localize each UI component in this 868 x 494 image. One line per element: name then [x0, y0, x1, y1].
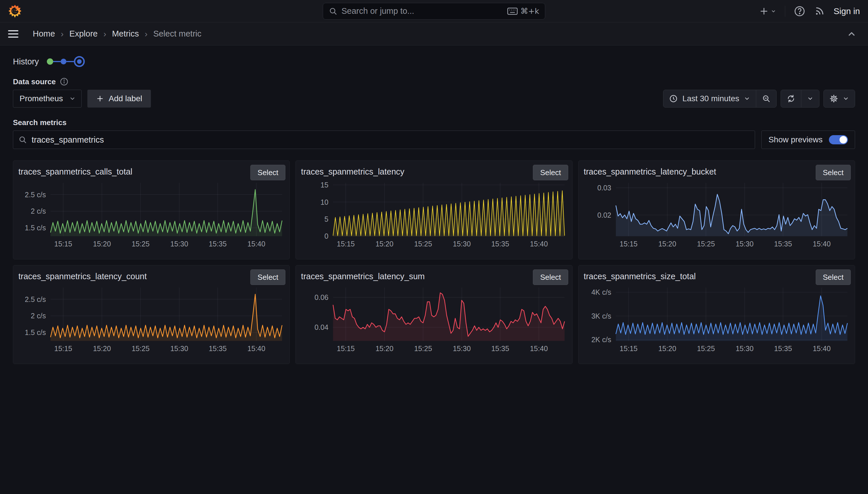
svg-text:15:20: 15:20: [93, 240, 111, 248]
show-previews-toggle[interactable]: [829, 135, 848, 144]
time-range-button[interactable]: Last 30 minutes: [663, 90, 756, 107]
zoom-out-button[interactable]: [756, 90, 776, 107]
breadcrumb-bar: Home › Explore › Metrics › Select metric: [0, 22, 868, 45]
svg-text:15:40: 15:40: [248, 344, 265, 353]
select-button[interactable]: Select: [250, 165, 285, 180]
sign-in-button[interactable]: Sign in: [833, 6, 860, 16]
datasource-label: Data source: [13, 77, 56, 86]
svg-text:15:30: 15:30: [170, 240, 188, 248]
breadcrumb-home[interactable]: Home: [33, 29, 55, 39]
metric-search-input[interactable]: [32, 135, 750, 145]
breadcrumb-metrics[interactable]: Metrics: [112, 29, 139, 39]
svg-text:15:25: 15:25: [697, 344, 715, 353]
svg-text:15:35: 15:35: [209, 240, 226, 248]
chevron-down-icon: [771, 8, 776, 14]
svg-text:15:35: 15:35: [492, 344, 509, 353]
clock-icon: [669, 94, 678, 103]
svg-text:15:30: 15:30: [735, 344, 753, 353]
metric-search-box[interactable]: [13, 131, 755, 149]
chevron-down-icon: [69, 95, 76, 102]
chevron-down-icon: [807, 95, 813, 102]
refresh-icon: [787, 94, 795, 103]
svg-text:15:15: 15:15: [54, 344, 72, 353]
svg-text:1.5 c/s: 1.5 c/s: [25, 224, 46, 232]
svg-text:15:25: 15:25: [414, 344, 432, 353]
gear-icon: [829, 94, 838, 103]
svg-text:15:15: 15:15: [54, 240, 72, 248]
history-label: History: [13, 57, 39, 66]
search-row: Show previews: [13, 131, 855, 149]
svg-text:15:15: 15:15: [337, 344, 355, 353]
history-step-current[interactable]: [74, 56, 85, 67]
collapse-panel-button[interactable]: [847, 29, 856, 39]
select-button[interactable]: Select: [533, 269, 568, 285]
search-metrics-label: Search metrics: [13, 118, 66, 127]
refresh-interval-dropdown[interactable]: [801, 90, 819, 107]
breadcrumb-separator: ›: [61, 29, 63, 39]
show-previews-control: Show previews: [762, 131, 855, 149]
svg-text:0.03: 0.03: [597, 184, 611, 192]
metric-preview-card: traces_spanmetrics_calls_total Select 1.…: [13, 160, 290, 259]
search-shortcut: ⌘+k: [507, 6, 539, 16]
select-button[interactable]: Select: [533, 165, 568, 180]
svg-text:0.04: 0.04: [315, 323, 329, 331]
svg-text:15:40: 15:40: [530, 344, 548, 353]
help-button[interactable]: [794, 5, 805, 17]
time-picker-group: Last 30 minutes: [663, 90, 776, 108]
metric-title: traces_spanmetrics_latency_sum: [301, 270, 568, 281]
svg-text:15:30: 15:30: [453, 344, 471, 353]
plus-icon: [96, 95, 104, 103]
grafana-logo[interactable]: [8, 4, 22, 18]
info-icon[interactable]: [60, 77, 68, 86]
svg-text:15:25: 15:25: [132, 240, 150, 248]
svg-text:15:30: 15:30: [453, 240, 471, 248]
svg-text:15:15: 15:15: [337, 240, 355, 248]
svg-text:15:35: 15:35: [492, 240, 509, 248]
chevron-up-icon: [847, 29, 856, 39]
refresh-group: [781, 90, 820, 108]
metric-title: traces_spanmetrics_latency: [301, 165, 568, 176]
add-new-button[interactable]: [759, 6, 776, 16]
news-button[interactable]: [814, 6, 825, 17]
metric-preview-chart: 1.5 c/s2 c/s2.5 c/s15:1515:2015:2515:301…: [18, 179, 285, 250]
svg-text:0.06: 0.06: [315, 293, 329, 301]
breadcrumb-separator: ›: [103, 29, 106, 39]
select-button[interactable]: Select: [816, 165, 851, 180]
svg-text:2 c/s: 2 c/s: [31, 207, 46, 215]
global-search-box[interactable]: ⌘+k: [323, 3, 545, 20]
refresh-button[interactable]: [781, 90, 801, 107]
metric-preview-chart: 1.5 c/s2 c/s2.5 c/s15:1515:2015:2515:301…: [18, 284, 285, 355]
svg-text:10: 10: [320, 198, 329, 206]
svg-text:15:15: 15:15: [619, 240, 637, 248]
controls-row: Prometheus Add label Last 30 minutes: [13, 90, 855, 108]
svg-text:1.5 c/s: 1.5 c/s: [25, 328, 46, 337]
datasource-picker[interactable]: Prometheus: [13, 90, 82, 108]
history-step-start[interactable]: [47, 58, 53, 65]
select-button[interactable]: Select: [816, 269, 851, 285]
menu-toggle[interactable]: [8, 28, 18, 40]
svg-text:15:30: 15:30: [170, 344, 188, 353]
settings-button[interactable]: [824, 90, 855, 107]
svg-text:15:15: 15:15: [619, 344, 637, 353]
global-search-input[interactable]: [341, 6, 503, 16]
metric-preview-chart: 2K c/s3K c/s4K c/s15:1515:2015:2515:3015…: [584, 284, 851, 355]
time-range-label: Last 30 minutes: [682, 94, 739, 103]
select-button[interactable]: Select: [250, 269, 285, 285]
breadcrumb-explore[interactable]: Explore: [69, 29, 97, 39]
svg-text:15:25: 15:25: [132, 344, 150, 353]
svg-text:2 c/s: 2 c/s: [31, 312, 46, 320]
metric-title: traces_spanmetrics_latency_bucket: [584, 165, 851, 176]
keyboard-icon: [507, 7, 518, 15]
svg-text:15:35: 15:35: [774, 344, 792, 353]
breadcrumb-current: Select metric: [153, 29, 201, 39]
metric-preview-chart: 0.040.0615:1515:2015:2515:3015:3515:40: [301, 284, 568, 355]
history-row: History: [13, 55, 855, 68]
svg-text:15:40: 15:40: [530, 240, 548, 248]
breadcrumb: Home › Explore › Metrics › Select metric: [33, 29, 201, 39]
explore-metrics-page: History Data source Prometheus Add label: [0, 55, 868, 364]
history-step-middle[interactable]: [61, 59, 66, 64]
svg-text:15:20: 15:20: [93, 344, 111, 353]
add-label-button[interactable]: Add label: [87, 90, 151, 108]
metric-preview-chart: 05101515:1515:2015:2515:3015:3515:40: [301, 179, 568, 250]
history-connector: [53, 61, 61, 62]
